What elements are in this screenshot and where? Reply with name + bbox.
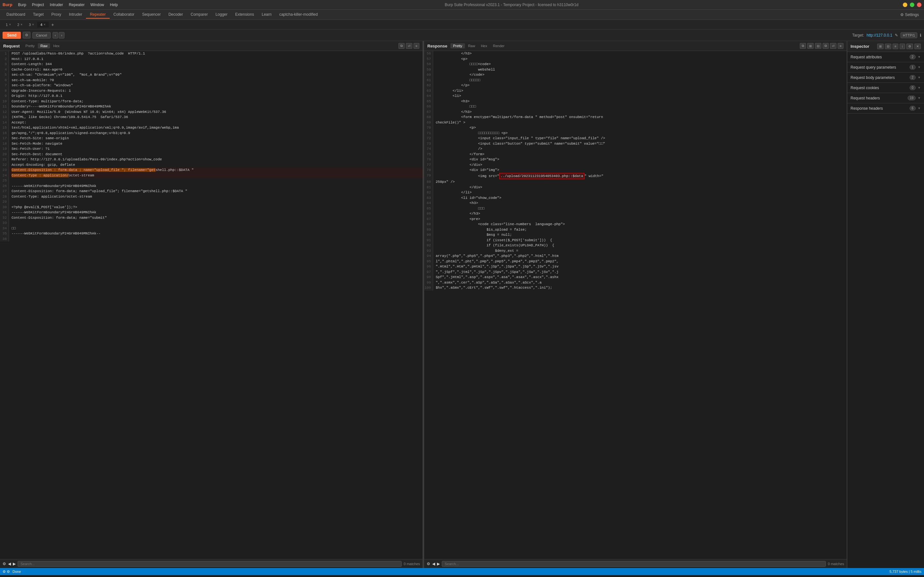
- minimize-button[interactable]: —: [903, 3, 907, 7]
- response-view-btn2[interactable]: ⊞: [807, 43, 814, 49]
- inspector-section-header[interactable]: Response headers 6 ▼: [847, 103, 924, 113]
- send-button[interactable]: Send: [3, 32, 21, 39]
- inspector-section-header[interactable]: Request query parameters 1 ▼: [847, 62, 924, 72]
- request-code[interactable]: 1POST /uploadlabs/Pass-09/index.php ?act…: [0, 51, 422, 559]
- inspector-section-header[interactable]: Request headers 19 ▼: [847, 93, 924, 103]
- tab-proxy[interactable]: Proxy: [47, 11, 65, 19]
- inspector-badge: 1: [909, 65, 916, 69]
- response-tab-render[interactable]: Render: [490, 43, 507, 48]
- tab-target[interactable]: Target: [29, 11, 47, 19]
- request-line: 21Referer: http://127.0.0.1/uploadlabs/P…: [0, 157, 422, 162]
- add-repeater-tab[interactable]: +: [49, 21, 56, 28]
- response-line: 56 </h3>: [424, 51, 847, 56]
- request-line: 13(KHTML, like Gecko) Chrome/109.0.5414.…: [0, 114, 422, 120]
- response-line: 97",".jSpf",".jtml",".jSp",".jSpv",".jSp…: [424, 269, 847, 275]
- settings-button[interactable]: ⚙ Settings: [898, 11, 921, 18]
- close-tab-3[interactable]: ×: [32, 23, 34, 26]
- response-view-btn3[interactable]: ⊟: [815, 43, 821, 49]
- menu-burp[interactable]: Burp: [15, 2, 29, 8]
- tab-dashboard[interactable]: Dashboard: [3, 11, 29, 19]
- response-line: 94array(".php",".php5",".php4",".php3","…: [424, 253, 847, 259]
- tab-logger[interactable]: Logger: [212, 11, 231, 19]
- repeater-tab-1[interactable]: 1 ×: [3, 22, 14, 27]
- menu-window[interactable]: Window: [88, 2, 107, 8]
- request-nav-fwd[interactable]: ▶: [13, 562, 16, 566]
- request-search-input[interactable]: [18, 561, 402, 567]
- inspector-icons: ⊞ ⊟ ≡ ↕ ⚙ ✕: [877, 44, 921, 49]
- response-line: 74 />: [424, 146, 847, 152]
- inspector-section-header[interactable]: Request cookies 0 ▼: [847, 83, 924, 93]
- response-panel: Response Pretty Raw Hex Render ⧉ ⊞ ⊟ ⧉ ⏎…: [424, 41, 847, 568]
- response-search-input[interactable]: [442, 561, 826, 567]
- response-nav-back[interactable]: ◀: [432, 562, 435, 566]
- status-right: 5,737 bytes | 5 millis: [890, 570, 921, 574]
- request-copy-btn[interactable]: ⧉: [398, 43, 405, 49]
- inspector-icon-2[interactable]: ⊟: [885, 44, 891, 49]
- close-tab-2[interactable]: ×: [21, 23, 23, 26]
- request-line: 19Sec-Fetch-User: ?1: [0, 146, 422, 152]
- response-wrap-btn[interactable]: ⏎: [830, 43, 837, 49]
- repeater-tab-4[interactable]: 4 ×: [37, 22, 49, 27]
- tab-collaborator[interactable]: Collaborator: [110, 11, 138, 19]
- inspector-badge: 2: [909, 75, 916, 80]
- inspector-settings[interactable]: ⚙: [906, 44, 913, 49]
- request-line: 3Content-Length: 344: [0, 61, 422, 67]
- repeater-tab-2[interactable]: 2 ×: [14, 22, 26, 27]
- response-tab-hex[interactable]: Hex: [478, 43, 490, 48]
- close-tab-1[interactable]: ×: [9, 23, 11, 26]
- back-button[interactable]: ‹: [53, 32, 58, 39]
- maximize-button[interactable]: □: [910, 3, 914, 7]
- response-tab-raw[interactable]: Raw: [466, 43, 478, 48]
- http-version[interactable]: HTTP/1: [901, 32, 917, 38]
- inspector-icon-4[interactable]: ↕: [900, 44, 905, 49]
- cancel-button[interactable]: Cancel: [32, 32, 50, 39]
- request-more-btn[interactable]: ≡: [414, 43, 419, 49]
- response-line: 84 <h3>: [424, 200, 847, 206]
- inspector-section-header[interactable]: Request attributes 2 ▼: [847, 52, 924, 62]
- request-wrap-btn[interactable]: ⏎: [406, 43, 412, 49]
- forward-button[interactable]: ›: [59, 32, 65, 39]
- response-copy-btn[interactable]: ⧉: [822, 43, 829, 49]
- repeater-tab-3[interactable]: 3 ×: [26, 22, 37, 27]
- inspector-icon-1[interactable]: ⊞: [877, 44, 884, 49]
- tab-sequencer[interactable]: Sequencer: [138, 11, 164, 19]
- menu-repeater[interactable]: Repeater: [66, 2, 87, 8]
- edit-target-icon[interactable]: ✎: [895, 33, 898, 37]
- response-view-btn1[interactable]: ⧉: [800, 43, 806, 49]
- request-tab-raw[interactable]: Raw: [38, 43, 50, 48]
- request-line: 33: [0, 220, 422, 226]
- request-header-right: ⧉ ⏎ ≡: [398, 43, 419, 49]
- response-tab-pretty[interactable]: Pretty: [450, 43, 465, 48]
- response-line: 69checkFile()" >: [424, 120, 847, 126]
- tab-comparer[interactable]: Comparer: [187, 11, 211, 19]
- menu-project[interactable]: Project: [29, 2, 47, 8]
- close-tab-4[interactable]: ×: [44, 23, 45, 26]
- tab-learn[interactable]: Learn: [258, 11, 276, 19]
- menu-intruder[interactable]: Intruder: [47, 2, 65, 8]
- inspector-section: Response headers 6 ▼: [847, 103, 924, 114]
- request-line: 9Origin: http://127.0.0.1: [0, 93, 422, 99]
- tab-decoder[interactable]: Decoder: [164, 11, 187, 19]
- menu-bar: Burp Project Intruder Repeater Window He…: [15, 2, 120, 8]
- response-more-btn[interactable]: ≡: [838, 43, 843, 49]
- request-nav-back[interactable]: ◀: [8, 562, 11, 566]
- tab-captcha[interactable]: captcha-killer-modified: [275, 11, 321, 19]
- request-tab-pretty[interactable]: Pretty: [23, 43, 37, 48]
- inspector-icon-3[interactable]: ≡: [893, 44, 898, 49]
- inspector-close[interactable]: ✕: [914, 44, 921, 49]
- gear-button[interactable]: ⚙: [23, 32, 31, 39]
- status-icons[interactable]: ⚙ ⚙: [3, 570, 10, 574]
- inspector-section-header[interactable]: Request body parameters 2 ▼: [847, 73, 924, 82]
- request-line: 16ge/apng,*/*;q=0.8,application/signed-e…: [0, 131, 422, 136]
- tab-repeater[interactable]: Repeater: [86, 11, 110, 19]
- close-button[interactable]: ✕: [917, 3, 921, 7]
- request-line: 32Content-Disposition: form-data; name="…: [0, 215, 422, 221]
- tab-extensions[interactable]: Extensions: [231, 11, 258, 19]
- response-code[interactable]: 56 </h3>57 <p>58 □□□□<code>59 webshell60…: [424, 51, 847, 559]
- tab-intruder[interactable]: Intruder: [65, 11, 86, 19]
- menu-help[interactable]: Help: [107, 2, 120, 8]
- response-line: 95l",".phtml",".pht",".pHp",".pHp5",".pH…: [424, 259, 847, 264]
- response-nav-fwd[interactable]: ▶: [437, 562, 440, 566]
- request-tab-hex[interactable]: Hex: [51, 43, 62, 48]
- response-line: 77 </div>: [424, 162, 847, 168]
